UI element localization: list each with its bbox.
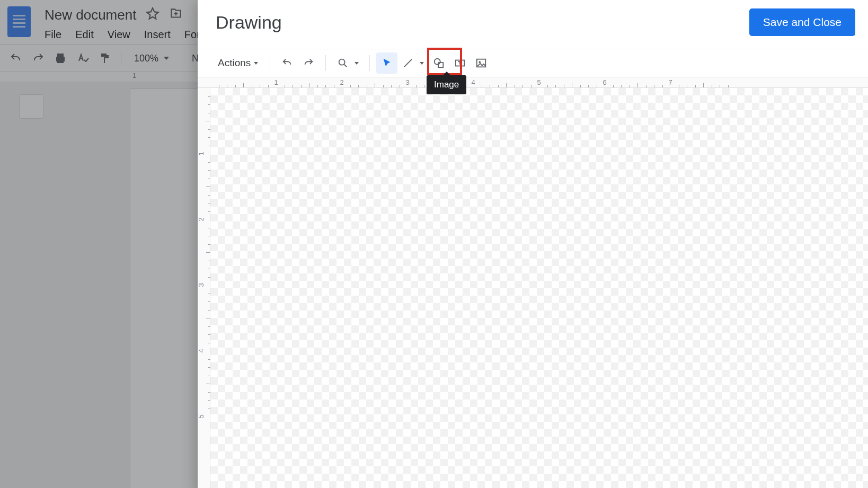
image-tooltip: Image (427, 75, 466, 94)
drawing-modal: Drawing Save and Close Actions Image 123… (198, 0, 868, 488)
modal-title: Drawing (216, 12, 282, 33)
image-tool-icon[interactable] (471, 52, 492, 74)
shape-tool-icon[interactable] (428, 52, 449, 74)
svg-point-1 (435, 59, 440, 65)
line-tool-icon[interactable] (397, 52, 419, 74)
redo-icon[interactable] (298, 52, 319, 74)
drawing-vertical-ruler: 12345 (198, 88, 210, 488)
save-and-close-button[interactable]: Save and Close (749, 8, 855, 36)
svg-rect-2 (438, 63, 443, 67)
textbox-tool-icon[interactable] (449, 52, 471, 74)
drawing-canvas[interactable] (210, 88, 868, 488)
undo-icon[interactable] (277, 52, 298, 74)
zoom-icon[interactable] (332, 52, 353, 74)
line-caret-icon[interactable] (420, 62, 424, 65)
drawing-horizontal-ruler: 1234567 (198, 77, 868, 88)
caret-down-icon (254, 62, 258, 65)
svg-point-0 (339, 59, 345, 65)
select-tool-icon[interactable] (376, 52, 397, 74)
drawing-toolbar: Actions (198, 49, 868, 77)
zoom-caret-icon[interactable] (355, 62, 359, 65)
svg-point-5 (479, 61, 481, 63)
actions-menu[interactable]: Actions (212, 53, 263, 73)
